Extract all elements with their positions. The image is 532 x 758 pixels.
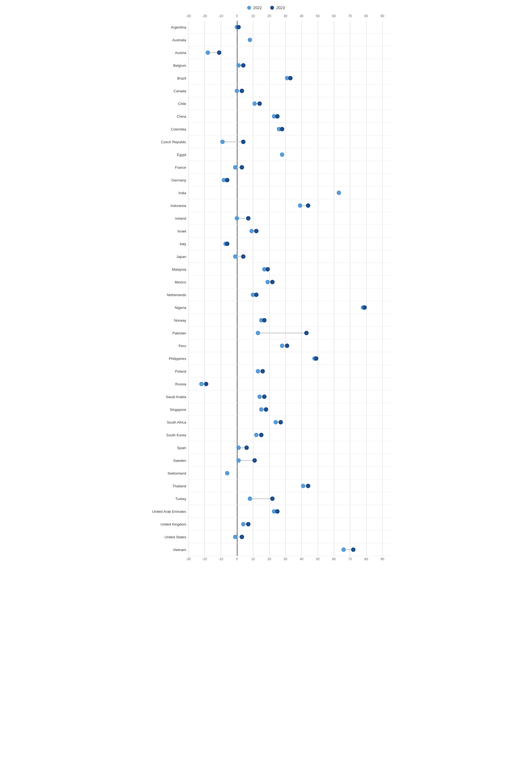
table-row: Turkey (189, 492, 391, 505)
country-label: Colombia (142, 127, 186, 131)
country-label: Sweden (142, 458, 186, 463)
country-label: Malaysia (142, 267, 186, 271)
table-row: Norway (189, 314, 391, 327)
dot-2022 (241, 522, 245, 526)
table-row: United Kingdom (189, 518, 391, 531)
dot-2023 (254, 229, 259, 233)
dot-2022 (220, 140, 225, 144)
table-row: Netherlands (189, 289, 391, 301)
dot-2023 (351, 547, 356, 552)
dot-2023 (280, 127, 284, 131)
rows-container: ArgentinaAustraliaAustriaBelgiumBrazilCa… (189, 21, 391, 556)
bottom-axis-label-30: 30 (283, 557, 287, 561)
table-row: Germany (189, 174, 391, 187)
dot-2022 (254, 433, 259, 437)
dot-2022 (236, 445, 241, 450)
dot-2023 (275, 509, 280, 514)
dot-2023 (270, 497, 275, 501)
country-label: Saudi Arabia (142, 395, 186, 399)
dot-2023 (262, 318, 266, 323)
dot-2023 (275, 114, 280, 119)
dot-2022 (206, 51, 210, 55)
dot-2023 (236, 25, 241, 29)
dot-2022 (273, 420, 278, 425)
table-row: Australia (189, 34, 391, 46)
country-label: China (142, 114, 186, 118)
dot-2022 (257, 395, 262, 399)
legend-dot-2023 (270, 6, 274, 10)
rows-and-grid: ArgentinaAustraliaAustriaBelgiumBrazilCa… (189, 21, 391, 556)
table-row: France (189, 161, 391, 174)
dot-2023 (240, 89, 244, 93)
dot-2022 (280, 153, 284, 157)
country-label: Turkey (142, 497, 186, 500)
dot-2023 (306, 484, 310, 488)
dot-2023 (240, 535, 244, 539)
bottom-axis-label-70: 70 (348, 557, 352, 561)
bottom-axis-label--20: -20 (202, 557, 207, 561)
table-row: Peru (189, 339, 391, 352)
country-label: United Arab Emirates (142, 509, 186, 513)
dot-2023 (241, 63, 245, 68)
bottom-axis-label--10: -10 (218, 557, 223, 561)
country-label: Spain (142, 445, 186, 450)
connector-line (223, 141, 244, 142)
dot-2023 (278, 420, 283, 425)
table-row: Brazil (189, 72, 391, 85)
axis-label-60: 60 (332, 14, 336, 18)
dot-2022 (235, 216, 239, 221)
bottom-axis-label-90: 90 (380, 557, 384, 561)
table-row: Italy (189, 237, 391, 250)
country-label: Australia (142, 38, 186, 42)
dot-2023 (225, 178, 230, 182)
bottom-axis-label-50: 50 (316, 557, 319, 561)
table-row: Philippines (189, 352, 391, 365)
country-label: Egypt (142, 153, 186, 156)
chart-legend: 2022 2023 (141, 6, 391, 10)
table-row: Belgium (189, 59, 391, 72)
table-row: Argentina (189, 21, 391, 34)
axis-label--10: -10 (218, 14, 223, 18)
country-label: Germany (142, 178, 186, 182)
country-label: Netherlands (142, 293, 186, 297)
table-row: Austria (189, 46, 391, 59)
axis-label-90: 90 (380, 14, 384, 18)
connector-line (258, 332, 306, 333)
table-row: United States (189, 531, 391, 543)
table-row: Thailand (189, 480, 391, 492)
table-row: China (189, 110, 391, 123)
legend-dot-2022 (247, 6, 251, 10)
dot-2023 (259, 433, 264, 437)
country-label: Russia (142, 382, 186, 386)
dot-2022 (233, 165, 237, 170)
country-label: Thailand (142, 484, 186, 488)
bottom-axis-label--30: -30 (186, 557, 191, 561)
axis-label-30: 30 (283, 14, 287, 18)
dot-2023 (266, 267, 270, 271)
table-row: Russia (189, 378, 391, 390)
dot-2023 (241, 140, 245, 144)
country-label: Austria (142, 51, 186, 54)
country-label: Switzerland (142, 471, 186, 475)
dot-2023 (261, 369, 265, 373)
country-label: Indonesia (142, 203, 186, 208)
legend-label-2023: 2023 (276, 6, 285, 10)
country-label: Singapore (142, 407, 186, 411)
dot-2023 (254, 293, 259, 297)
table-row: Singapore (189, 403, 391, 416)
country-label: Philippines (142, 356, 186, 361)
legend-item-2023: 2023 (270, 6, 285, 10)
country-label: Israel (142, 229, 186, 233)
table-row: Ireland (189, 212, 391, 225)
table-row: Czech Republic (189, 135, 391, 148)
country-label: Italy (142, 242, 186, 246)
axis-label-70: 70 (348, 14, 352, 18)
country-label: Chile (142, 101, 186, 106)
dot-2023 (288, 76, 293, 80)
dot-2022 (280, 344, 284, 348)
dot-2022 (225, 471, 230, 475)
table-row: Japan (189, 250, 391, 263)
dot-2023 (314, 356, 318, 361)
dot-2022 (301, 484, 305, 488)
country-label: United Kingdom (142, 522, 186, 526)
